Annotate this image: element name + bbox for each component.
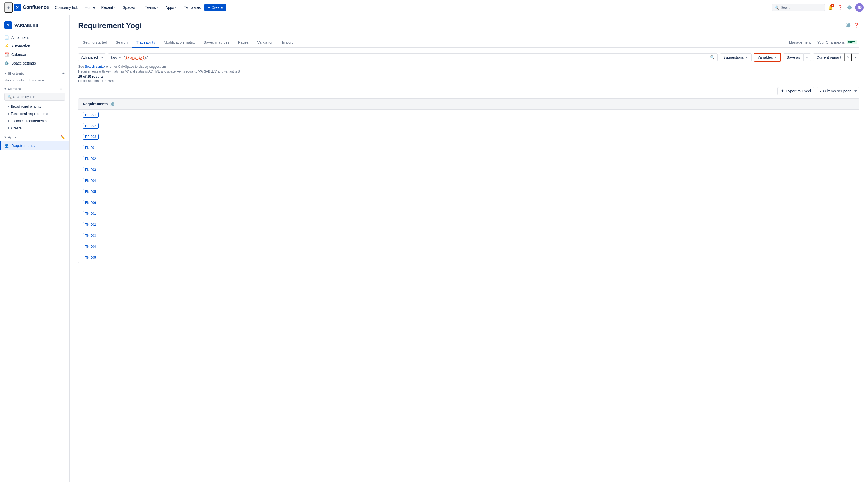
requirement-badge[interactable]: BR-003: [83, 134, 99, 139]
tab-pages[interactable]: Pages: [234, 37, 253, 48]
sidebar-search-icon: 🔍: [7, 95, 11, 99]
search-input[interactable]: [781, 5, 822, 10]
page-help-icon[interactable]: ❓: [854, 23, 860, 28]
query-text: key ~ '${prefix}%': [111, 56, 709, 59]
settings-button[interactable]: ⚙️: [845, 3, 854, 12]
requirement-badge[interactable]: TN-005: [83, 255, 98, 260]
shortcuts-arrow-icon: ▾: [4, 71, 6, 75]
tab-modification-matrix[interactable]: Modification matrix: [159, 37, 199, 48]
page-settings-icon[interactable]: ⚙️: [845, 23, 851, 28]
notifications-button[interactable]: 🔔 3: [826, 3, 835, 12]
toolbar: Advanced key ~ '${prefix}%' 🔍 Suggestion…: [78, 53, 860, 62]
tab-traceability[interactable]: Traceability: [132, 37, 159, 48]
requirement-badge[interactable]: TN-002: [83, 222, 98, 227]
shortcuts-add-icon[interactable]: +: [62, 71, 65, 76]
nav-recent[interactable]: Recent ▼: [99, 4, 119, 11]
sidebar-item-all-content-label: All content: [11, 35, 29, 40]
requirement-badge[interactable]: TN-004: [83, 244, 98, 249]
sidebar-search-input[interactable]: [13, 95, 62, 99]
table-row: FN-003: [79, 164, 859, 175]
nav-spaces[interactable]: Spaces ▼: [120, 4, 141, 11]
requirement-badge[interactable]: FN-001: [83, 145, 98, 151]
suggestions-button[interactable]: Suggestions ▼: [720, 53, 752, 61]
sidebar-page-technical[interactable]: Technical requirements: [0, 117, 69, 125]
sidebar-create-button[interactable]: + Create: [0, 125, 69, 132]
nav-templates[interactable]: Templates: [181, 4, 203, 11]
nav-company-hub[interactable]: Company hub: [52, 4, 81, 11]
items-per-page-select[interactable]: 200 items per page: [816, 87, 860, 95]
query-description: Requirements with key matches '%' and st…: [78, 70, 860, 73]
tab-import[interactable]: Import: [278, 37, 297, 48]
query-input[interactable]: key ~ '${prefix}%' 🔍: [108, 53, 718, 61]
sidebar-search[interactable]: 🔍: [4, 93, 65, 101]
tab-saved-matrices[interactable]: Saved matrices: [199, 37, 234, 48]
variant-arrow-button[interactable]: ▼: [852, 53, 860, 61]
table-row: FN-002: [79, 154, 859, 164]
export-excel-button[interactable]: ⬆ Export to Excel: [777, 87, 814, 95]
automation-icon: ⚡: [4, 44, 8, 48]
variant-clear-icon: ✕: [846, 55, 850, 59]
requirement-badge[interactable]: FN-005: [83, 189, 98, 194]
tab-management[interactable]: Management: [787, 37, 813, 47]
content-add-icon[interactable]: +: [63, 87, 65, 91]
content-arrow-icon: ▾: [4, 87, 6, 91]
table-row: FN-005: [79, 186, 859, 197]
variant-clear-button[interactable]: ✕: [844, 53, 852, 61]
variables-button[interactable]: Variables ▼: [754, 53, 781, 62]
apps-edit-icon[interactable]: ✏️: [61, 135, 65, 139]
apps-title: ▾ Apps: [4, 135, 17, 139]
table-row: TN-005: [79, 252, 859, 263]
tab-search[interactable]: Search: [112, 37, 132, 48]
saveas-button[interactable]: Save as: [783, 53, 803, 61]
table-row: BR-001: [79, 109, 859, 121]
grid-icon[interactable]: ⊞: [4, 2, 12, 12]
tab-your-champions[interactable]: Your Champions BETA: [815, 37, 860, 47]
requirement-badge[interactable]: FN-006: [83, 200, 98, 205]
sidebar-item-calendars[interactable]: 📅 Calendars: [0, 50, 69, 59]
nav-home[interactable]: Home: [82, 4, 97, 11]
query-search-icon[interactable]: 🔍: [710, 55, 715, 59]
spaces-arrow-icon: ▼: [136, 6, 138, 9]
nav-apps[interactable]: Apps ▼: [163, 4, 180, 11]
saveas-control: Save as ▼: [783, 53, 811, 61]
shortcuts-section: ▾ Shortcuts +: [0, 67, 69, 77]
query-hint: See Search syntax or enter Ctrl+Space to…: [78, 65, 860, 69]
tab-getting-started[interactable]: Getting started: [78, 37, 112, 48]
sidebar-page-broad[interactable]: Broad requirements: [0, 103, 69, 110]
nav-teams[interactable]: Teams ▼: [142, 4, 161, 11]
search-syntax-link[interactable]: Search syntax: [85, 65, 105, 69]
variant-button[interactable]: Current variant: [813, 53, 845, 61]
teams-arrow-icon: ▼: [156, 6, 159, 9]
requirement-badge[interactable]: FN-002: [83, 156, 98, 161]
table-row: FN-004: [79, 175, 859, 186]
variant-arrow-icon: ▼: [854, 56, 857, 59]
sidebar-item-space-settings[interactable]: ⚙️ Space settings: [0, 59, 69, 67]
create-button[interactable]: + Create: [205, 4, 226, 11]
saveas-arrow-button[interactable]: ▼: [803, 53, 811, 61]
requirement-badge[interactable]: TN-001: [83, 211, 98, 216]
sidebar-app-requirements[interactable]: 👤 Requirements: [0, 141, 69, 150]
avatar[interactable]: JB: [855, 3, 864, 12]
sidebar-page-functional[interactable]: Functional requirements: [0, 110, 69, 117]
filter-select[interactable]: Advanced: [78, 53, 106, 61]
filter-icon[interactable]: ≡: [60, 87, 62, 91]
sidebar-item-automation[interactable]: ⚡ Automation: [0, 42, 69, 50]
sidebar-app-requirements-label: Requirements: [11, 143, 35, 148]
sidebar-item-space-settings-label: Space settings: [11, 61, 36, 65]
help-button[interactable]: ❓: [836, 3, 844, 12]
requirements-icon: 👤: [4, 143, 8, 148]
requirement-badge[interactable]: FN-004: [83, 178, 98, 184]
shortcuts-header[interactable]: ▾ Shortcuts +: [4, 71, 65, 76]
table-row: FN-001: [79, 142, 859, 154]
requirement-badge[interactable]: BR-001: [83, 112, 99, 118]
requirement-badge[interactable]: FN-003: [83, 167, 98, 172]
search-box[interactable]: 🔍: [772, 4, 825, 11]
requirement-badge[interactable]: TN-003: [83, 233, 98, 238]
logo[interactable]: ✕ Confluence: [14, 4, 49, 11]
apps-section-header[interactable]: ▾ Apps ✏️: [4, 134, 65, 140]
requirement-badge[interactable]: BR-002: [83, 123, 99, 129]
requirements-table-header: Requirements ⚙️: [79, 99, 859, 109]
tab-validation[interactable]: Validation: [253, 37, 278, 48]
requirements-gear-icon[interactable]: ⚙️: [110, 102, 114, 106]
sidebar-item-all-content[interactable]: 📄 All content: [0, 33, 69, 42]
